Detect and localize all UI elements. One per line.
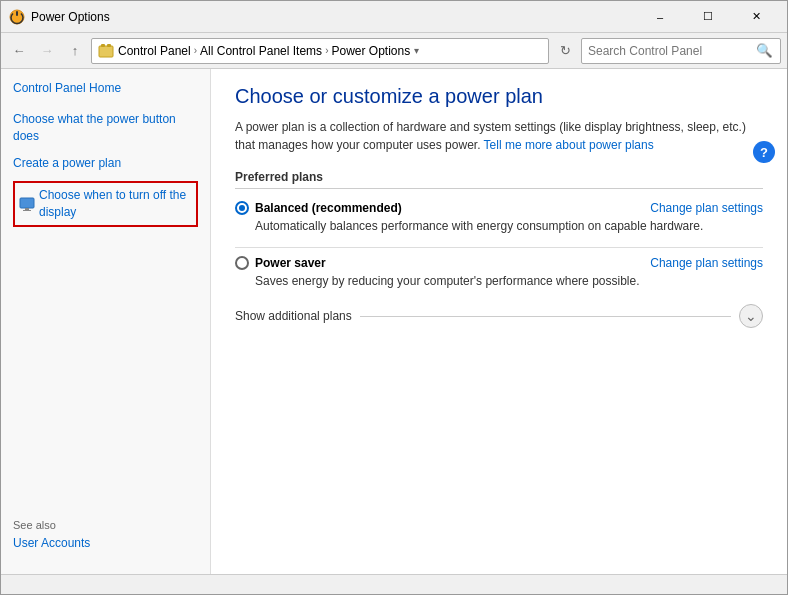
title-bar-icon (9, 9, 25, 25)
plan-desc-power-saver: Saves energy by reducing your computer's… (255, 274, 763, 288)
plan-header-balanced: Balanced (recommended) Change plan setti… (235, 201, 763, 215)
sidebar-item-what-power-button[interactable]: Choose what the power button does (13, 111, 198, 145)
sidebar-user-accounts-link[interactable]: User Accounts (13, 535, 198, 552)
up-button[interactable]: ↑ (63, 39, 87, 63)
back-button[interactable]: ← (7, 39, 31, 63)
radio-dot-balanced (239, 205, 245, 211)
svg-rect-1 (16, 11, 18, 16)
plan-name-row-balanced: Balanced (recommended) (235, 201, 402, 215)
see-also-label: See also (13, 519, 198, 531)
address-bar: ← → ↑ Control Panel › All Control Panel … (1, 33, 787, 69)
refresh-button[interactable]: ↻ (553, 39, 577, 63)
breadcrumb: Control Panel › All Control Panel Items … (91, 38, 549, 64)
search-input[interactable] (588, 44, 754, 58)
radio-balanced[interactable] (235, 201, 249, 215)
svg-rect-2 (99, 46, 113, 57)
svg-rect-5 (20, 198, 34, 208)
radio-power-saver[interactable] (235, 256, 249, 270)
content-area: Choose or customize a power plan A power… (211, 69, 787, 574)
sidebar: Control Panel Home Choose what the power… (1, 69, 211, 574)
plan-desc-balanced: Automatically balances performance with … (255, 219, 763, 233)
preferred-plans-header: Preferred plans (235, 170, 763, 189)
search-box: 🔍 (581, 38, 781, 64)
title-bar: Power Options – ☐ ✕ (1, 1, 787, 33)
content-wrapper: Choose or customize a power plan A power… (211, 69, 787, 574)
status-bar (1, 574, 787, 594)
content-description: A power plan is a collection of hardware… (235, 118, 763, 154)
page-title: Choose or customize a power plan (235, 85, 763, 108)
plan-name-power-saver: Power saver (255, 256, 326, 270)
search-submit-button[interactable]: 🔍 (754, 41, 774, 61)
breadcrumb-dropdown[interactable]: ▾ (414, 45, 419, 56)
plan-name-row-power-saver: Power saver (235, 256, 326, 270)
sidebar-bottom: See also User Accounts (13, 519, 198, 562)
title-bar-text: Power Options (31, 10, 637, 24)
plan-header-power-saver: Power saver Change plan settings (235, 256, 763, 270)
breadcrumb-power-options: Power Options (331, 44, 410, 58)
help-button[interactable]: ? (753, 141, 775, 163)
close-button[interactable]: ✕ (733, 3, 779, 31)
sidebar-home-link[interactable]: Control Panel Home (13, 81, 198, 95)
svg-rect-3 (101, 44, 105, 47)
title-bar-buttons: – ☐ ✕ (637, 3, 779, 31)
additional-plans-line (360, 316, 731, 317)
plan-item-power-saver: Power saver Change plan settings Saves e… (235, 256, 763, 288)
sidebar-choose-turn-off-label[interactable]: Choose when to turn off the display (39, 187, 192, 221)
plan-name-balanced: Balanced (recommended) (255, 201, 402, 215)
sidebar-what-power-label: Choose what the power button does (13, 111, 198, 145)
sidebar-create-plan-label: Create a power plan (13, 155, 121, 172)
svg-rect-6 (25, 208, 29, 210)
forward-button[interactable]: → (35, 39, 59, 63)
breadcrumb-all-items[interactable]: All Control Panel Items (200, 44, 322, 58)
change-plan-power-saver-link[interactable]: Change plan settings (650, 256, 763, 270)
maximize-button[interactable]: ☐ (685, 3, 731, 31)
plan-item-balanced: Balanced (recommended) Change plan setti… (235, 201, 763, 233)
show-additional-plans: Show additional plans ⌄ (235, 304, 763, 328)
breadcrumb-control-panel[interactable]: Control Panel (118, 44, 191, 58)
svg-rect-4 (107, 44, 111, 47)
show-additional-label: Show additional plans (235, 309, 352, 323)
display-off-icon (19, 196, 35, 212)
sidebar-item-create-power-plan[interactable]: Create a power plan (13, 155, 198, 172)
tell-me-more-link[interactable]: Tell me more about power plans (484, 138, 654, 152)
minimize-button[interactable]: – (637, 3, 683, 31)
expand-additional-plans-button[interactable]: ⌄ (739, 304, 763, 328)
plan-divider (235, 247, 763, 248)
breadcrumb-icon (98, 43, 114, 59)
sidebar-item-choose-turn-off-selected[interactable]: Choose when to turn off the display (13, 181, 198, 227)
main-area: Control Panel Home Choose what the power… (1, 69, 787, 574)
change-plan-balanced-link[interactable]: Change plan settings (650, 201, 763, 215)
svg-rect-7 (23, 210, 31, 211)
